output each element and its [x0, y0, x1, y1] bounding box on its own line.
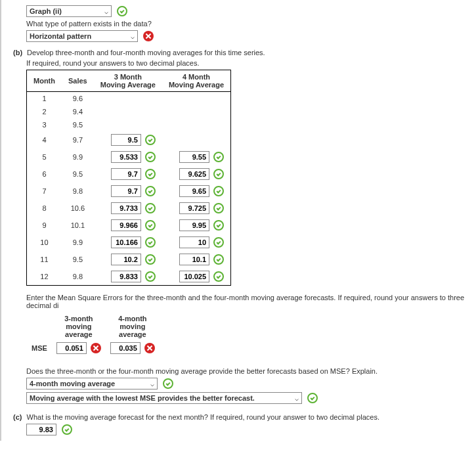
cell-month: 10	[27, 234, 62, 251]
cell-month: 12	[27, 268, 62, 286]
ma3-input[interactable]	[111, 254, 141, 265]
part-c-label: (c)	[13, 413, 22, 421]
ma4-input[interactable]	[179, 219, 209, 231]
cell-ma4	[162, 131, 231, 148]
better-select-1[interactable]: 4-month moving average ⌵	[26, 378, 158, 389]
cell-month: 6	[27, 166, 62, 183]
ma4-input[interactable]	[179, 254, 209, 265]
cell-month: 4	[27, 131, 62, 148]
ma4-input[interactable]	[179, 168, 209, 180]
ma4-input[interactable]	[179, 202, 209, 214]
cell-month: 3	[27, 118, 62, 131]
cell-ma4	[162, 105, 231, 118]
ma4-input[interactable]	[179, 185, 209, 197]
cell-ma4	[162, 217, 231, 234]
checkmark-icon	[145, 271, 156, 282]
checkmark-icon	[163, 378, 173, 389]
cell-ma4	[162, 92, 231, 106]
checkmark-icon	[213, 169, 224, 179]
cell-ma3	[94, 251, 162, 268]
cell-sales: 9.5	[62, 118, 94, 131]
cell-sales: 9.5	[62, 166, 94, 183]
cell-ma4	[162, 234, 231, 251]
checkmark-icon	[213, 186, 224, 196]
ma3-input[interactable]	[111, 134, 141, 146]
chevron-down-icon: ⌵	[104, 8, 108, 15]
checkmark-icon	[145, 254, 156, 265]
ma4-input[interactable]	[179, 271, 209, 282]
checkmark-icon	[213, 237, 224, 248]
cell-sales: 9.7	[62, 131, 94, 148]
cell-sales: 9.8	[62, 268, 94, 286]
better-question: Does the three-month or the four-month m…	[26, 367, 473, 375]
ma3-input[interactable]	[111, 219, 141, 231]
part-b-intro2: If required, round your answers to two d…	[26, 59, 473, 67]
checkmark-icon	[145, 186, 156, 196]
better-select-2[interactable]: Moving average with the lowest MSE provi…	[26, 392, 302, 404]
cell-ma4	[162, 118, 231, 131]
better-select-1-value: 4-month moving average	[30, 380, 115, 388]
col-ma3: 3 Month Moving Average	[94, 70, 162, 92]
error-icon	[91, 343, 101, 353]
checkmark-icon	[213, 254, 224, 265]
mse-row-label: MSE	[28, 340, 51, 357]
cell-ma4	[162, 251, 231, 268]
chevron-down-icon: ⌵	[150, 380, 154, 388]
col-month: Month	[27, 70, 62, 92]
ma3-input[interactable]	[111, 271, 141, 282]
cell-ma3	[94, 217, 162, 234]
graph-select[interactable]: Graph (ii) ⌵	[26, 5, 112, 17]
cell-ma4	[162, 268, 231, 286]
error-icon	[143, 31, 154, 41]
cell-ma3	[94, 148, 162, 166]
cell-sales: 9.4	[62, 105, 94, 118]
cell-month: 11	[27, 251, 62, 268]
ma3-input[interactable]	[111, 185, 141, 197]
part-c-question: What is the moving average forecast for …	[27, 413, 379, 421]
checkmark-icon	[145, 135, 156, 145]
cell-sales: 9.6	[62, 92, 94, 106]
col-sales: Sales	[62, 70, 94, 92]
ma3-input[interactable]	[111, 236, 141, 248]
cell-month: 2	[27, 105, 62, 118]
cell-sales: 10.6	[62, 200, 94, 217]
mse-h3: 3-month moving average	[53, 315, 105, 338]
checkmark-icon	[145, 203, 156, 213]
pattern-select-value: Horizontal pattern	[30, 32, 91, 40]
cell-ma3	[94, 200, 162, 217]
ma3-input[interactable]	[111, 151, 141, 163]
ma3-input[interactable]	[111, 202, 141, 214]
pattern-select[interactable]: Horizontal pattern ⌵	[26, 30, 138, 42]
checkmark-icon	[213, 152, 224, 162]
forecast-input[interactable]	[26, 424, 56, 435]
checkmark-icon	[117, 6, 127, 16]
part-b-label: (b)	[13, 49, 22, 56]
checkmark-icon	[213, 271, 224, 282]
cell-sales: 9.9	[62, 234, 94, 251]
ma3-input[interactable]	[111, 168, 141, 180]
cell-ma3	[94, 166, 162, 183]
cell-ma4	[162, 166, 231, 183]
cell-ma3	[94, 118, 162, 131]
mse-h4: 4-month moving average	[106, 315, 159, 338]
col-ma4: 4 Month Moving Average	[162, 70, 231, 92]
cell-ma4	[162, 148, 231, 166]
cell-month: 9	[27, 217, 62, 234]
cell-sales: 10.1	[62, 217, 94, 234]
mse-4-input[interactable]	[110, 342, 141, 354]
mse-3-input[interactable]	[56, 342, 87, 354]
cell-sales: 9.5	[62, 251, 94, 268]
cell-ma3	[94, 268, 162, 286]
checkmark-icon	[62, 424, 72, 435]
error-icon	[144, 343, 155, 353]
cell-month: 5	[27, 148, 62, 166]
ma4-input[interactable]	[179, 151, 209, 163]
moving-average-table: Month Sales 3 Month Moving Average 4 Mon…	[26, 70, 231, 286]
chevron-down-icon: ⌵	[295, 395, 299, 402]
ma4-input[interactable]	[179, 236, 209, 248]
cell-ma3	[94, 234, 162, 251]
mse-intro: Enter the Mean Square Errors for the thr…	[26, 294, 473, 309]
chevron-down-icon: ⌵	[131, 33, 135, 40]
cell-sales: 9.9	[62, 148, 94, 166]
cell-ma3	[94, 92, 162, 106]
